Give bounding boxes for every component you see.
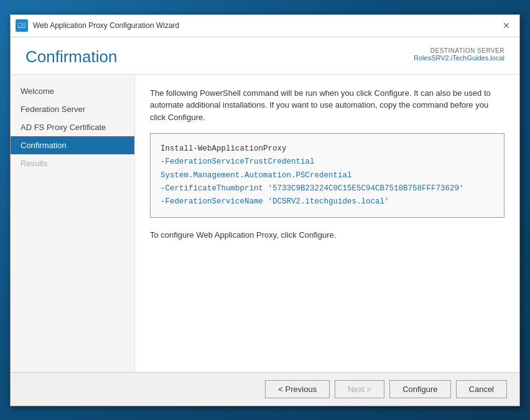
command-line-4: -FederationServiceName 'DCSRV2.itechguid… xyxy=(160,197,389,206)
command-line-2: -FederationServiceTrustCredential System… xyxy=(160,157,352,179)
destination-value: RolesSRV2.iTechGuides.local xyxy=(414,54,504,62)
command-box: Install-WebApplicationProxy -FederationS… xyxy=(150,133,504,218)
destination-label: DESTINATION SERVER xyxy=(414,47,504,54)
wizard-window: Web Application Proxy Configuration Wiza… xyxy=(10,14,520,406)
main-panel: The following PowerShell command will be… xyxy=(135,75,519,372)
next-button[interactable]: Next > xyxy=(335,380,384,398)
svg-rect-1 xyxy=(19,24,21,26)
page-title: Confirmation xyxy=(26,47,117,67)
title-bar-left: Web Application Proxy Configuration Wiza… xyxy=(16,19,179,32)
previous-button[interactable]: < Previous xyxy=(265,380,330,398)
close-button[interactable]: ✕ xyxy=(498,17,514,34)
sidebar-item-welcome[interactable]: Welcome xyxy=(11,82,134,100)
sidebar: Welcome Federation Server AD FS Proxy Ce… xyxy=(11,75,135,372)
destination-server-block: DESTINATION SERVER RolesSRV2.iTechGuides… xyxy=(414,47,504,62)
configure-button[interactable]: Configure xyxy=(389,380,450,398)
sidebar-item-adfs-proxy-cert[interactable]: AD FS Proxy Certificate xyxy=(11,118,134,136)
svg-rect-3 xyxy=(22,25,25,26)
sidebar-item-confirmation[interactable]: Confirmation xyxy=(11,136,134,154)
command-line-3: -CertificateThumbprint '5733C9B23224C0C1… xyxy=(160,184,464,193)
description-text: The following PowerShell command will be… xyxy=(150,87,504,124)
configure-text: To configure Web Application Proxy, clic… xyxy=(150,230,504,240)
window-title: Web Application Proxy Configuration Wiza… xyxy=(33,21,179,30)
command-line-1: Install-WebApplicationProxy xyxy=(160,144,287,153)
sidebar-item-federation-server[interactable]: Federation Server xyxy=(11,100,134,118)
svg-rect-2 xyxy=(22,24,25,24)
app-icon xyxy=(16,19,28,32)
title-bar: Web Application Proxy Configuration Wiza… xyxy=(11,15,519,37)
svg-rect-4 xyxy=(19,26,25,27)
sidebar-item-results: Results xyxy=(11,154,134,172)
header-area: Confirmation DESTINATION SERVER RolesSRV… xyxy=(11,37,519,75)
content-area: Welcome Federation Server AD FS Proxy Ce… xyxy=(11,75,519,372)
cancel-button[interactable]: Cancel xyxy=(456,380,507,398)
footer: < Previous Next > Configure Cancel xyxy=(11,372,519,406)
